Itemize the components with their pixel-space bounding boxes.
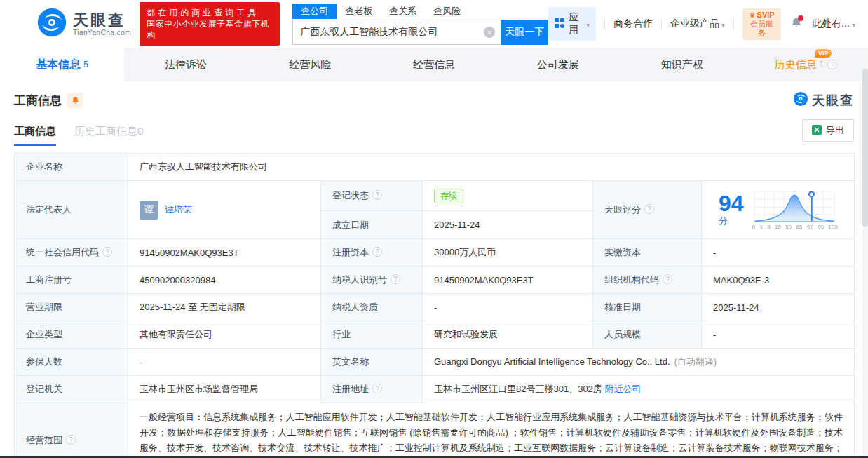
help-icon[interactable] — [391, 274, 400, 284]
user-menu[interactable]: 此处有... — [812, 18, 855, 30]
tab-history-info[interactable]: 历史信息 1 VIP — [744, 48, 868, 81]
enterprise-products-menu[interactable]: 企业级产品 — [670, 18, 725, 30]
search-input[interactable] — [300, 27, 484, 38]
help-icon[interactable] — [663, 274, 672, 284]
field-label: 实缴资本 — [593, 239, 702, 267]
field-label: 天眼评分 — [593, 181, 702, 239]
subtab-business-info[interactable]: 工商信息 — [14, 125, 56, 146]
tab-label: 法律诉讼 — [165, 58, 207, 72]
bell-curve-chart — [752, 189, 838, 223]
help-icon[interactable] — [372, 384, 382, 393]
paid-capital-value: - — [702, 239, 855, 267]
reg-capital-value: 30000万人民币 — [423, 239, 593, 267]
business-cooperation-link[interactable]: 商务合作 — [613, 18, 653, 30]
subtab-history-business-info[interactable]: 历史工商信息0 — [74, 125, 143, 146]
help-icon[interactable] — [644, 204, 654, 214]
user-name: 此处有... — [812, 18, 850, 30]
field-label: 营业期限 — [15, 294, 128, 321]
search-button[interactable]: 天眼一下 — [501, 20, 548, 45]
export-label: 导出 — [826, 124, 844, 137]
field-label: 组织机构代码 — [593, 267, 702, 294]
legal-rep-cell: 谭 谭培荣 — [128, 181, 321, 239]
bell-icon — [71, 96, 80, 105]
apps-grid-icon — [555, 18, 564, 30]
search-tab-risk[interactable]: 查风险 — [425, 4, 469, 19]
chevron-down-icon — [721, 18, 725, 29]
score-distribution-chart[interactable]: 0131550859799100 — [752, 189, 838, 230]
tab-label: 历史信息 — [775, 58, 817, 72]
scrollbar[interactable] — [862, 49, 868, 458]
score-cell: 94分 — [702, 181, 855, 239]
table-row: 企业类型 其他有限责任公司 行业 研究和试验发展 人员规模 - — [15, 321, 855, 349]
promo-line1: 都在用的商业查询工具 — [147, 7, 273, 18]
export-button[interactable]: 导出 — [802, 119, 854, 142]
industry-value: 研究和试验发展 — [423, 321, 593, 349]
help-icon[interactable] — [372, 247, 382, 257]
tab-label: 公司发展 — [537, 58, 579, 72]
table-row: 统一社会信用代码 91450902MAK0Q93E3T 注册资本 30000万人… — [15, 239, 855, 267]
section-title: 工商信息 — [14, 93, 62, 109]
help-icon[interactable] — [827, 60, 837, 69]
field-label: 工商注册号 — [15, 267, 128, 294]
legal-rep-link[interactable]: 谭培荣 — [165, 203, 192, 216]
auto-translate-note: (自动翻译) — [674, 356, 717, 367]
divider — [661, 19, 662, 29]
divider — [604, 19, 605, 29]
svip-member-button[interactable]: SVIP 会员服务 — [742, 8, 781, 40]
score-unit: 分 — [719, 215, 728, 226]
table-row: 经营范围 一般经营项目：信息系统集成服务；人工智能应用软件开发；人工智能基础软件… — [15, 403, 855, 458]
reg-number-value: 450902000320984 — [128, 267, 321, 294]
help-icon[interactable] — [372, 190, 382, 200]
field-label: 参保人数 — [15, 349, 128, 376]
field-label: 纳税人资质 — [321, 294, 423, 321]
field-label: 登记机关 — [15, 376, 128, 403]
business-info-table: 企业名称 广西东驭人工智能技术有限公司 法定代表人 谭 谭培荣 登记状态 存续 … — [14, 153, 855, 458]
tab-basic-info[interactable]: 基本信息 5 — [0, 48, 124, 81]
help-icon[interactable] — [102, 247, 112, 257]
tab-company-development[interactable]: 公司发展 — [496, 48, 620, 81]
svip-label: SVIP — [757, 11, 775, 19]
logo-name-cn: 天眼查 — [73, 12, 131, 29]
field-label: 注册地址 — [321, 376, 423, 403]
credit-code-value: 91450902MAK0Q93E3T — [128, 239, 321, 267]
clear-search-icon[interactable]: × — [484, 27, 495, 38]
scrollbar-thumb[interactable] — [862, 69, 868, 227]
excel-icon — [812, 125, 822, 137]
company-type-value: 其他有限责任公司 — [128, 321, 321, 349]
nearby-companies-link[interactable]: 附近公司 — [604, 384, 641, 394]
table-row: 营业期限 2025-11-24 至 无固定期限 纳税人资质 - 核准日期 202… — [15, 294, 855, 321]
search-tab-relation[interactable]: 查关系 — [381, 4, 425, 19]
tab-intellectual-property[interactable]: 知识产权 — [620, 48, 744, 81]
search-box: × — [292, 20, 501, 45]
tianyancha-logo[interactable]: 天眼查 TianYanCha.com — [36, 7, 131, 41]
tab-operating-info[interactable]: 经营信息 — [372, 48, 496, 81]
field-label: 行业 — [321, 321, 423, 349]
chevron-down-icon — [586, 18, 590, 29]
table-row: 企业名称 广西东驭人工智能技术有限公司 — [15, 154, 855, 181]
subscribe-bell-button[interactable] — [67, 93, 83, 108]
notifications-button[interactable] — [789, 16, 803, 32]
tab-legal-proceedings[interactable]: 法律诉讼 — [124, 48, 248, 81]
english-name-value: Guangxi Dongyu Artificial Intelligence T… — [423, 349, 855, 376]
tianyancha-watermark: 天眼查 — [793, 91, 854, 109]
logo-name-en: TianYanCha.com — [73, 29, 131, 36]
search-tab-boss[interactable]: 查老板 — [337, 4, 381, 19]
field-label: 注册资本 — [321, 239, 423, 267]
search-tab-company[interactable]: 查公司 — [292, 4, 337, 19]
main-content: 工商信息 天眼查 工商信息 历史工商信息0 导出 企业名称 广西东驭人工智能技术… — [0, 91, 868, 458]
business-term-value: 2025-11-24 至 无固定期限 — [128, 294, 321, 321]
table-row: 参保人数 - 英文名称 Guangxi Dongyu Artificial In… — [15, 349, 855, 376]
enterprise-products-label: 企业级产品 — [670, 18, 719, 30]
field-label: 人员规模 — [593, 321, 702, 349]
apps-menu[interactable]: 应用 — [548, 7, 596, 41]
tab-operating-risk[interactable]: 经营风险 — [248, 48, 372, 81]
help-icon[interactable] — [66, 435, 76, 445]
promo-banner: 都在用的商业查询工具 国家中小企业发展子基金旗下机构 — [140, 2, 280, 46]
reg-address-value: 玉林市玉州区江口里82号三楼301、302房 附近公司 — [423, 376, 855, 403]
score-marker-pin — [808, 191, 813, 196]
field-label: 成立日期 — [321, 211, 423, 239]
status-badge: 存续 — [434, 189, 463, 203]
field-label: 企业名称 — [15, 154, 128, 181]
avatar[interactable]: 谭 — [140, 201, 158, 220]
field-label: 登记状态 — [321, 181, 423, 211]
